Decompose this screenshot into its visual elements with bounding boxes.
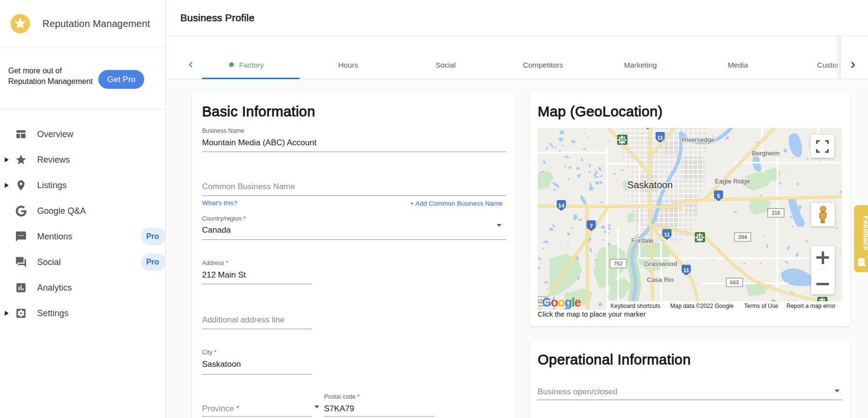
svg-text:Eagle Ridge: Eagle Ridge (715, 178, 750, 185)
svg-text:762: 762 (614, 261, 623, 266)
svg-text:7: 7 (590, 223, 593, 229)
svg-text:11: 11 (683, 267, 690, 273)
svg-text:11: 11 (664, 232, 670, 237)
svg-text:5: 5 (717, 193, 720, 199)
svg-text:Riversedge: Riversedge (682, 136, 715, 143)
svg-text:16: 16 (697, 234, 703, 240)
svg-text:11: 11 (657, 135, 664, 140)
svg-text:Grasswood: Grasswood (644, 260, 677, 267)
svg-text:Casa Rio: Casa Rio (647, 276, 674, 283)
svg-text:16: 16 (619, 137, 625, 142)
svg-text:Saskatoon: Saskatoon (627, 180, 673, 190)
svg-text:316: 316 (772, 210, 780, 216)
svg-text:Bergheim: Bergheim (752, 150, 780, 157)
svg-text:663: 663 (730, 279, 739, 285)
svg-text:394: 394 (738, 234, 747, 240)
svg-text:Furdale: Furdale (631, 237, 653, 244)
svg-text:14: 14 (558, 203, 565, 209)
